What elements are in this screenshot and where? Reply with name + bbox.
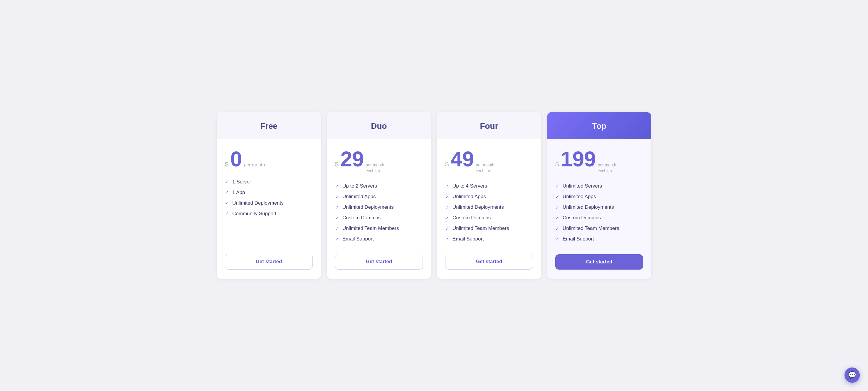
feature-text: Email Support <box>453 236 484 242</box>
plan-header-four: Four <box>437 112 541 139</box>
plan-body-top: $199per monthexcl. tax✓Unlimited Servers… <box>547 139 651 279</box>
checkmark-icon: ✓ <box>225 190 229 195</box>
feature-text: Unlimited Team Members <box>453 225 509 231</box>
checkmark-icon: ✓ <box>445 194 449 200</box>
feature-text: Unlimited Deployments <box>232 200 284 206</box>
currency-duo: $ <box>335 161 339 168</box>
feature-item: ✓Custom Domains <box>555 215 643 221</box>
feature-item: ✓Unlimited Deployments <box>335 204 423 210</box>
feature-text: Email Support <box>563 236 594 242</box>
feature-item: ✓1 App <box>225 190 313 196</box>
feature-text: Unlimited Apps <box>342 194 376 200</box>
checkmark-icon: ✓ <box>335 205 339 210</box>
feature-item: ✓1 Server <box>225 179 313 185</box>
price-row-duo: $29per monthexcl. tax <box>335 148 423 174</box>
feature-text: 1 App <box>232 190 245 196</box>
plan-card-four: Four$49per monthexcl. tax✓Up to 4 Server… <box>437 112 541 279</box>
plan-body-duo: $29per monthexcl. tax✓Up to 2 Servers✓Un… <box>327 139 431 279</box>
checkmark-icon: ✓ <box>445 236 449 242</box>
price-period-free: per month <box>244 162 265 168</box>
feature-text: 1 Server <box>232 179 251 185</box>
get-started-button-duo[interactable]: Get started <box>335 254 423 270</box>
plan-card-top: Top$199per monthexcl. tax✓Unlimited Serv… <box>547 112 651 279</box>
feature-item: ✓Custom Domains <box>445 215 533 221</box>
feature-item: ✓Unlimited Deployments <box>555 204 643 210</box>
feature-text: Up to 2 Servers <box>342 183 377 189</box>
price-period-top: per monthexcl. tax <box>597 162 616 174</box>
feature-item: ✓Up to 2 Servers <box>335 183 423 189</box>
features-list-duo: ✓Up to 2 Servers✓Unlimited Apps✓Unlimite… <box>335 183 423 242</box>
feature-text: Custom Domains <box>563 215 601 221</box>
feature-item: ✓Unlimited Apps <box>335 194 423 200</box>
feature-item: ✓Unlimited Team Members <box>555 225 643 231</box>
plan-header-duo: Duo <box>327 112 431 139</box>
get-started-button-top[interactable]: Get started <box>555 254 643 270</box>
plan-card-free: Free$0per month✓1 Server✓1 App✓Unlimited… <box>217 112 321 279</box>
feature-text: Unlimited Deployments <box>563 204 614 210</box>
checkmark-icon: ✓ <box>555 236 559 242</box>
checkmark-icon: ✓ <box>335 194 339 200</box>
plan-name-four: Four <box>444 121 534 131</box>
feature-text: Unlimited Apps <box>453 194 486 200</box>
feature-text: Unlimited Servers <box>563 183 602 189</box>
plan-name-free: Free <box>224 121 314 131</box>
plan-name-duo: Duo <box>334 121 424 131</box>
price-period-four: per monthexcl. tax <box>476 162 494 174</box>
feature-item: ✓Custom Domains <box>335 215 423 221</box>
checkmark-icon: ✓ <box>445 226 449 231</box>
checkmark-icon: ✓ <box>445 205 449 210</box>
checkmark-icon: ✓ <box>335 215 339 221</box>
feature-item: ✓Unlimited Deployments <box>225 200 313 206</box>
plan-header-top: Top <box>547 112 651 139</box>
feature-text: Custom Domains <box>342 215 380 221</box>
plan-card-duo: Duo$29per monthexcl. tax✓Up to 2 Servers… <box>327 112 431 279</box>
feature-text: Unlimited Team Members <box>342 225 399 231</box>
price-amount-four: 49 <box>451 148 474 170</box>
feature-item: ✓Community Support <box>225 211 313 217</box>
feature-text: Unlimited Apps <box>563 194 596 200</box>
get-started-button-free[interactable]: Get started <box>225 254 313 270</box>
checkmark-icon: ✓ <box>555 205 559 210</box>
feature-item: ✓Email Support <box>555 236 643 242</box>
currency-four: $ <box>445 161 449 168</box>
plan-body-free: $0per month✓1 Server✓1 App✓Unlimited Dep… <box>217 139 321 279</box>
feature-text: Unlimited Deployments <box>342 204 394 210</box>
plan-header-free: Free <box>217 112 321 139</box>
checkmark-icon: ✓ <box>555 215 559 221</box>
checkmark-icon: ✓ <box>335 236 339 242</box>
plan-body-four: $49per monthexcl. tax✓Up to 4 Servers✓Un… <box>437 139 541 279</box>
pricing-container: Free$0per month✓1 Server✓1 App✓Unlimited… <box>217 112 651 279</box>
chat-button[interactable]: 💬 <box>844 367 860 383</box>
plan-name-top: Top <box>554 121 644 131</box>
feature-text: Up to 4 Servers <box>453 183 487 189</box>
price-row-four: $49per monthexcl. tax <box>445 148 533 174</box>
feature-text: Email Support <box>342 236 374 242</box>
checkmark-icon: ✓ <box>555 194 559 200</box>
features-list-top: ✓Unlimited Servers✓Unlimited Apps✓Unlimi… <box>555 183 643 243</box>
feature-text: Custom Domains <box>453 215 491 221</box>
checkmark-icon: ✓ <box>445 215 449 221</box>
feature-text: Community Support <box>232 211 276 217</box>
price-period-duo: per monthexcl. tax <box>366 162 384 174</box>
checkmark-icon: ✓ <box>225 211 229 216</box>
feature-item: ✓Unlimited Apps <box>445 194 533 200</box>
feature-item: ✓Unlimited Servers <box>555 183 643 189</box>
features-list-free: ✓1 Server✓1 App✓Unlimited Deployments✓Co… <box>225 179 313 242</box>
checkmark-icon: ✓ <box>445 184 449 189</box>
checkmark-icon: ✓ <box>335 184 339 189</box>
checkmark-icon: ✓ <box>225 200 229 206</box>
price-row-free: $0per month <box>225 148 313 170</box>
price-row-top: $199per monthexcl. tax <box>555 148 643 174</box>
checkmark-icon: ✓ <box>335 226 339 231</box>
price-amount-free: 0 <box>230 148 242 170</box>
features-list-four: ✓Up to 4 Servers✓Unlimited Apps✓Unlimite… <box>445 183 533 242</box>
feature-item: ✓Unlimited Deployments <box>445 204 533 210</box>
checkmark-icon: ✓ <box>555 184 559 189</box>
checkmark-icon: ✓ <box>555 226 559 231</box>
feature-item: ✓Unlimited Apps <box>555 194 643 200</box>
feature-item: ✓Email Support <box>445 236 533 242</box>
feature-item: ✓Unlimited Team Members <box>445 225 533 231</box>
get-started-button-four[interactable]: Get started <box>445 254 533 270</box>
checkmark-icon: ✓ <box>225 179 229 185</box>
price-amount-top: 199 <box>561 148 596 170</box>
